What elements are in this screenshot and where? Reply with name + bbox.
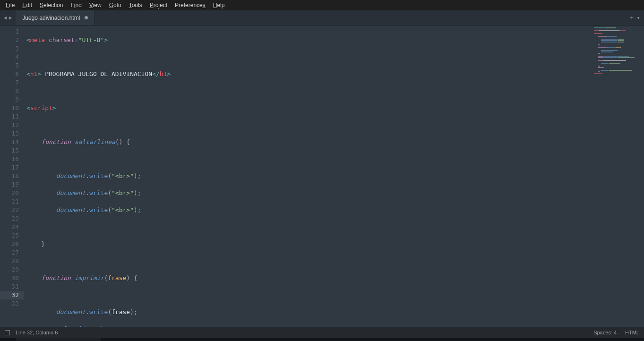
dirty-indicator-icon xyxy=(85,16,88,19)
nav-back-icon[interactable]: ◀ xyxy=(3,15,8,21)
tab-file[interactable]: Juego adivinacion.html xyxy=(16,10,95,25)
tab-label: Juego adivinacion.html xyxy=(22,15,80,21)
menu-find[interactable]: Find xyxy=(67,1,85,9)
tab-menu-icon[interactable]: ▾ xyxy=(636,14,640,21)
menu-preferences[interactable]: Preferences xyxy=(171,1,209,9)
console-tab[interactable] xyxy=(16,338,101,341)
nav-arrows[interactable]: ◀ ▶ xyxy=(0,10,16,25)
editor[interactable]: 12345 678910 1112131415 1617181920 21222… xyxy=(0,26,644,327)
console-strip xyxy=(0,338,644,341)
new-tab-icon[interactable]: + xyxy=(630,14,634,21)
menu-tools[interactable]: Tools xyxy=(125,1,146,9)
menu-view[interactable]: View xyxy=(86,1,105,9)
menu-help[interactable]: Help xyxy=(209,1,229,9)
menu-edit[interactable]: Edit xyxy=(18,1,36,9)
menu-selection[interactable]: Selection xyxy=(36,1,67,9)
gutter: 12345 678910 1112131415 1617181920 21222… xyxy=(0,26,24,327)
menu-bar: File Edit Selection Find View Goto Tools… xyxy=(0,0,644,10)
tab-bar: ◀ ▶ Juego adivinacion.html + ▾ xyxy=(0,10,644,26)
panel-toggle-icon[interactable] xyxy=(5,330,10,335)
indent-setting[interactable]: Spaces: 4 xyxy=(593,330,617,335)
menu-file[interactable]: File xyxy=(2,1,18,9)
menu-project[interactable]: Project xyxy=(146,1,171,9)
status-bar: Line 32, Column 6 Spaces: 4 HTML xyxy=(0,327,644,338)
syntax-mode[interactable]: HTML xyxy=(625,330,639,335)
menu-goto[interactable]: Goto xyxy=(105,1,125,9)
nav-forward-icon[interactable]: ▶ xyxy=(8,15,13,21)
code-area[interactable]: <meta charset="UTF-8"> <h1> PROGRAMA JUE… xyxy=(24,26,644,327)
cursor-position[interactable]: Line 32, Column 6 xyxy=(16,330,58,335)
